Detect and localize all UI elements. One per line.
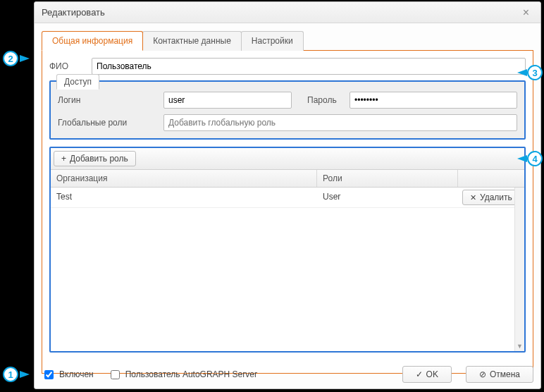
arrow-icon	[517, 155, 527, 162]
autograph-checkbox-wrap[interactable]: Пользователь AutoGRAPH Server	[108, 368, 257, 381]
marker-4: 4	[527, 151, 543, 166]
grid-header: Организация Роли	[51, 170, 524, 188]
login-row: Логин Пароль	[58, 92, 517, 109]
cancel-label: Отмена	[490, 369, 520, 379]
marker-3: 3	[527, 65, 543, 80]
col-delete-header	[458, 170, 514, 187]
ok-button[interactable]: ✓ OK	[402, 366, 452, 383]
dialog-footer: Включен Пользователь AutoGRAPH Server ✓ …	[42, 366, 533, 383]
delete-label: Удалить	[480, 192, 512, 202]
autograph-checkbox[interactable]	[111, 370, 120, 379]
chevron-down-icon: ▼	[517, 343, 523, 350]
add-role-bar: + Добавить роль	[51, 148, 524, 170]
tab-settings[interactable]: Настройки	[241, 31, 304, 51]
fio-label: ФИО	[49, 61, 85, 71]
fio-input[interactable]	[92, 58, 526, 75]
global-roles-input[interactable]	[163, 114, 517, 131]
grid-body: Test User ✕ Удалить ▼	[51, 188, 524, 351]
close-icon[interactable]: ×	[519, 5, 533, 20]
password-input[interactable]	[350, 92, 517, 109]
tab-body: ФИО Доступ Логин Пароль Глобальные роли	[42, 51, 533, 374]
marker-1: 1	[3, 367, 18, 382]
dialog-title: Редактировать	[42, 7, 519, 18]
roles-group: + Добавить роль Организация Роли Test Us…	[49, 147, 526, 353]
cell-role: User	[317, 188, 458, 207]
delete-row-button[interactable]: ✕ Удалить	[462, 190, 520, 205]
global-roles-label: Глобальные роли	[58, 118, 156, 128]
enabled-checkbox-wrap[interactable]: Включен	[42, 368, 94, 381]
cancel-button[interactable]: ⊘ Отмена	[466, 366, 533, 383]
global-roles-row: Глобальные роли	[58, 114, 517, 131]
col-org-header[interactable]: Организация	[51, 170, 317, 187]
login-input[interactable]	[163, 92, 292, 109]
arrow-icon	[20, 371, 30, 378]
vertical-scrollbar[interactable]: ▼	[514, 188, 524, 351]
close-icon: ✕	[470, 193, 476, 202]
cancel-icon: ⊘	[479, 369, 486, 379]
col-scrollbar-header	[514, 170, 524, 187]
dialog-content: Общая информация Контактные данные Настр…	[35, 23, 540, 388]
access-group: Доступ Логин Пароль Глобальные роли	[49, 80, 526, 140]
fio-row: ФИО	[49, 58, 526, 75]
password-label: Пароль	[307, 95, 342, 105]
tab-strip: Общая информация Контактные данные Настр…	[42, 30, 533, 51]
col-role-header[interactable]: Роли	[317, 170, 458, 187]
title-bar: Редактировать ×	[35, 2, 540, 23]
plus-icon: +	[61, 154, 66, 164]
enabled-checkbox[interactable]	[44, 370, 54, 379]
tab-general[interactable]: Общая информация	[42, 31, 143, 51]
access-legend: Доступ	[56, 74, 99, 90]
cell-org: Test	[51, 188, 317, 207]
add-role-button[interactable]: + Добавить роль	[54, 151, 136, 166]
footer-left: Включен Пользователь AutoGRAPH Server	[42, 368, 388, 381]
tab-contact[interactable]: Контактные данные	[142, 31, 242, 51]
edit-dialog: Редактировать × Общая информация Контакт…	[34, 1, 541, 389]
check-icon: ✓	[416, 369, 423, 379]
add-role-label: Добавить роль	[70, 154, 128, 164]
arrow-icon	[517, 69, 527, 76]
enabled-label: Включен	[59, 369, 94, 379]
autograph-label: Пользователь AutoGRAPH Server	[125, 369, 257, 379]
arrow-icon	[20, 55, 30, 62]
ok-label: OK	[426, 369, 438, 379]
table-row[interactable]: Test User ✕ Удалить	[51, 188, 524, 208]
login-label: Логин	[58, 95, 156, 105]
marker-2: 2	[3, 51, 18, 66]
